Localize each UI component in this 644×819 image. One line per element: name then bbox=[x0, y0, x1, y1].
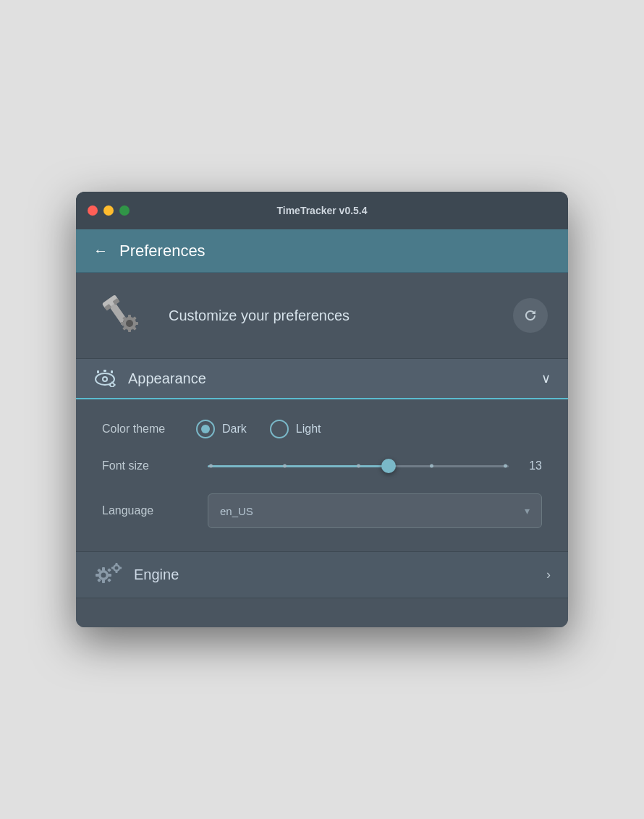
bottom-bar bbox=[76, 598, 568, 627]
language-select[interactable]: en_US ▾ bbox=[208, 493, 542, 528]
svg-point-6 bbox=[126, 320, 133, 327]
slider-thumb[interactable] bbox=[381, 459, 396, 473]
wrench-gear-icon bbox=[96, 290, 154, 341]
radio-circle-dark[interactable] bbox=[196, 420, 215, 438]
svg-rect-24 bbox=[111, 387, 113, 388]
radio-circle-light[interactable] bbox=[270, 420, 289, 438]
close-button[interactable] bbox=[88, 205, 98, 216]
radio-light-label: Light bbox=[296, 423, 321, 436]
color-theme-radio-group: Dark Light bbox=[196, 420, 321, 438]
font-size-value: 13 bbox=[520, 459, 542, 472]
font-size-row: Font size 13 bbox=[102, 459, 542, 473]
slider-track bbox=[208, 465, 509, 467]
slider-dots bbox=[208, 464, 509, 468]
svg-rect-30 bbox=[102, 580, 105, 583]
header-bar: ← Preferences bbox=[76, 229, 568, 273]
slider-dot-3 bbox=[357, 464, 360, 468]
svg-rect-10 bbox=[135, 322, 138, 325]
svg-rect-41 bbox=[111, 566, 114, 569]
slider-dot-1 bbox=[209, 464, 213, 468]
traffic-lights bbox=[88, 205, 130, 216]
chevron-down-icon: ∨ bbox=[541, 370, 551, 386]
color-theme-row: Color theme Dark Light bbox=[102, 420, 542, 438]
color-theme-label: Color theme bbox=[102, 423, 196, 436]
svg-rect-40 bbox=[116, 570, 118, 573]
language-row: Language en_US ▾ bbox=[102, 493, 542, 528]
svg-rect-19 bbox=[111, 370, 113, 373]
svg-rect-39 bbox=[116, 563, 118, 566]
svg-point-17 bbox=[103, 378, 106, 381]
window-title: TimeTracker v0.5.4 bbox=[276, 205, 367, 216]
svg-rect-36 bbox=[107, 578, 111, 582]
eye-icon bbox=[93, 367, 116, 390]
svg-rect-18 bbox=[97, 370, 99, 373]
svg-rect-32 bbox=[108, 574, 111, 577]
slider-dot-4 bbox=[430, 464, 433, 468]
chevron-right-icon: › bbox=[546, 567, 551, 582]
svg-rect-42 bbox=[119, 566, 122, 569]
appearance-section-header[interactable]: Appearance ∨ bbox=[76, 359, 568, 399]
slider-dot-5 bbox=[504, 464, 507, 468]
language-label: Language bbox=[102, 504, 196, 517]
engine-gear-icon bbox=[93, 562, 122, 588]
font-size-slider[interactable] bbox=[208, 459, 509, 473]
appearance-title: Appearance bbox=[128, 370, 530, 387]
hero-left: Customize your preferences bbox=[96, 290, 349, 341]
settings-content: Color theme Dark Light Font size bbox=[76, 399, 568, 552]
svg-rect-20 bbox=[103, 370, 106, 372]
svg-rect-25 bbox=[109, 384, 111, 386]
page-title: Preferences bbox=[119, 242, 206, 260]
maximize-button[interactable] bbox=[119, 205, 130, 216]
slider-dot-2 bbox=[283, 464, 287, 468]
title-bar: TimeTracker v0.5.4 bbox=[76, 192, 568, 229]
svg-rect-29 bbox=[102, 567, 105, 571]
gear-icon-wrapper bbox=[93, 562, 122, 588]
dropdown-arrow-icon: ▾ bbox=[525, 505, 530, 517]
refresh-icon bbox=[522, 307, 538, 323]
svg-rect-34 bbox=[107, 568, 111, 572]
svg-rect-8 bbox=[128, 328, 131, 332]
minimize-button[interactable] bbox=[103, 205, 114, 216]
svg-point-38 bbox=[115, 566, 119, 569]
hero-text: Customize your preferences bbox=[169, 307, 349, 324]
radio-light[interactable]: Light bbox=[270, 420, 321, 438]
engine-title: Engine bbox=[134, 566, 535, 583]
svg-rect-23 bbox=[111, 382, 113, 383]
app-window: TimeTracker v0.5.4 ← Preferences bbox=[76, 192, 568, 627]
font-size-label: Font size bbox=[102, 459, 196, 472]
svg-rect-26 bbox=[114, 384, 116, 386]
svg-rect-9 bbox=[121, 322, 124, 325]
svg-point-28 bbox=[101, 572, 106, 577]
radio-dark[interactable]: Dark bbox=[196, 420, 247, 438]
radio-dark-label: Dark bbox=[222, 423, 247, 436]
language-value: en_US bbox=[220, 505, 253, 517]
svg-rect-7 bbox=[128, 315, 131, 318]
hero-section: Customize your preferences bbox=[76, 273, 568, 359]
engine-section[interactable]: Engine › bbox=[76, 552, 568, 598]
back-button[interactable]: ← bbox=[93, 242, 108, 259]
svg-rect-31 bbox=[96, 574, 99, 577]
reset-button[interactable] bbox=[513, 298, 548, 333]
svg-point-22 bbox=[111, 383, 114, 386]
